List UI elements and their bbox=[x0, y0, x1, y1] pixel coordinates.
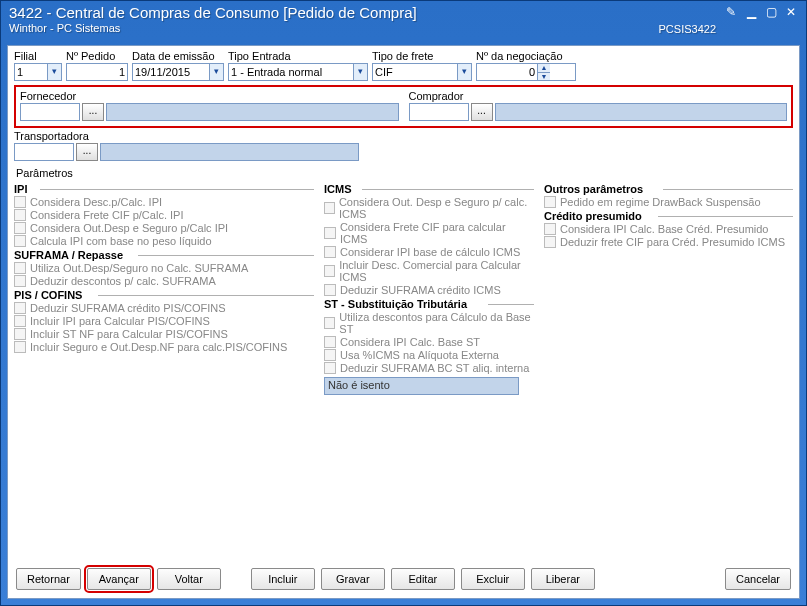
fornecedor-label: Fornecedor bbox=[20, 90, 399, 102]
close-icon[interactable]: ✕ bbox=[782, 5, 800, 21]
icms-label: Considerar IPI base de cálculo ICMS bbox=[340, 246, 520, 258]
npedido-input[interactable] bbox=[66, 63, 128, 81]
checkbox-icon[interactable] bbox=[14, 315, 26, 327]
piscofins-item[interactable]: Deduzir SUFRAMA crédito PIS/COFINS bbox=[14, 302, 314, 314]
checkbox-icon[interactable] bbox=[324, 246, 336, 258]
checkbox-icon[interactable] bbox=[14, 209, 26, 221]
chevron-down-icon[interactable]: ▾ bbox=[457, 64, 471, 80]
checkbox-icon[interactable] bbox=[544, 196, 556, 208]
window-controls: ✎ ▁ ▢ ✕ bbox=[722, 5, 800, 21]
comprador-lookup-button[interactable]: ... bbox=[471, 103, 493, 121]
ipi-item[interactable]: Calcula IPI com base no peso líquido bbox=[14, 235, 314, 247]
client-area: Filial 1 ▾ Nº Pedido Data de emissão 19/… bbox=[7, 45, 800, 599]
credito-item[interactable]: Deduzir frete CIF para Créd. Presumido I… bbox=[544, 236, 793, 248]
piscofins-label: Incluir IPI para Calcular PIS/COFINS bbox=[30, 315, 210, 327]
negociacao-input[interactable] bbox=[477, 64, 537, 80]
st-item[interactable]: Considera IPI Calc. Base ST bbox=[324, 336, 534, 348]
voltar-button[interactable]: Voltar bbox=[157, 568, 221, 590]
ipi-item[interactable]: Considera Frete CIF p/Calc. IPI bbox=[14, 209, 314, 221]
checkbox-icon[interactable] bbox=[324, 202, 335, 214]
top-row: Filial 1 ▾ Nº Pedido Data de emissão 19/… bbox=[8, 46, 799, 83]
group-credito: Crédito presumido bbox=[544, 210, 793, 222]
piscofins-item[interactable]: Incluir IPI para Calcular PIS/COFINS bbox=[14, 315, 314, 327]
negociacao-label: Nº da negociação bbox=[476, 50, 576, 62]
chevron-down-icon[interactable]: ▾ bbox=[47, 64, 61, 80]
tipofrete-combo[interactable]: CIF ▾ bbox=[372, 63, 472, 81]
checkbox-icon[interactable] bbox=[14, 328, 26, 340]
checkbox-icon[interactable] bbox=[14, 222, 26, 234]
ipi-item[interactable]: Considera Desc.p/Calc. IPI bbox=[14, 196, 314, 208]
checkbox-icon[interactable] bbox=[14, 341, 26, 353]
checkbox-icon[interactable] bbox=[324, 227, 336, 239]
checkbox-icon[interactable] bbox=[324, 317, 335, 329]
checkbox-icon[interactable] bbox=[324, 336, 336, 348]
checkbox-icon[interactable] bbox=[544, 223, 556, 235]
group-piscofins: PIS / COFINS bbox=[14, 289, 314, 301]
checkbox-icon[interactable] bbox=[324, 284, 336, 296]
st-item[interactable]: Usa %ICMS na Alíquota Externa bbox=[324, 349, 534, 361]
isento-display[interactable]: Não é isento bbox=[324, 377, 519, 395]
icms-item[interactable]: Considera Out. Desp e Seguro p/ calc. IC… bbox=[324, 196, 534, 220]
retornar-button[interactable]: Retornar bbox=[16, 568, 81, 590]
data-label: Data de emissão bbox=[132, 50, 224, 62]
comprador-display bbox=[495, 103, 788, 121]
st-label: Usa %ICMS na Alíquota Externa bbox=[340, 349, 499, 361]
fornecedor-input[interactable] bbox=[20, 103, 80, 121]
credito-item[interactable]: Considera IPI Calc. Base Créd. Presumido bbox=[544, 223, 793, 235]
ipi-item[interactable]: Considera Out.Desp e Seguro p/Calc IPI bbox=[14, 222, 314, 234]
negociacao-spinner[interactable]: ▲ ▼ bbox=[476, 63, 576, 81]
suframa-item[interactable]: Utiliza Out.Desp/Seguro no Calc. SUFRAMA bbox=[14, 262, 314, 274]
excluir-button[interactable]: Excluir bbox=[461, 568, 525, 590]
group-ipi: IPI bbox=[14, 183, 314, 195]
spin-down-icon[interactable]: ▼ bbox=[538, 73, 550, 81]
piscofins-label: Deduzir SUFRAMA crédito PIS/COFINS bbox=[30, 302, 226, 314]
checkbox-icon[interactable] bbox=[544, 236, 556, 248]
icms-label: Considera Frete CIF para calcular ICMS bbox=[340, 221, 534, 245]
icms-item[interactable]: Considera Frete CIF para calcular ICMS bbox=[324, 221, 534, 245]
chevron-down-icon[interactable]: ▾ bbox=[209, 64, 223, 80]
checkbox-icon[interactable] bbox=[14, 262, 26, 274]
minimize-icon[interactable]: ▁ bbox=[742, 5, 760, 21]
st-label: Deduzir SUFRAMA BC ST aliq. interna bbox=[340, 362, 529, 374]
checkbox-icon[interactable] bbox=[14, 235, 26, 247]
gravar-button[interactable]: Gravar bbox=[321, 568, 385, 590]
incluir-button[interactable]: Incluir bbox=[251, 568, 315, 590]
editar-button[interactable]: Editar bbox=[391, 568, 455, 590]
params-header: Parâmetros bbox=[8, 165, 799, 179]
suframa-item[interactable]: Deduzir descontos p/ calc. SUFRAMA bbox=[14, 275, 314, 287]
piscofins-item[interactable]: Incluir ST NF para Calcular PIS/COFINS bbox=[14, 328, 314, 340]
checkbox-icon[interactable] bbox=[14, 302, 26, 314]
titlebar: 3422 - Central de Compras de Consumo [Pe… bbox=[1, 1, 806, 41]
fornecedor-lookup-button[interactable]: ... bbox=[82, 103, 104, 121]
tipoentrada-value: 1 - Entrada normal bbox=[229, 66, 353, 78]
maximize-icon[interactable]: ▢ bbox=[762, 5, 780, 21]
checkbox-icon[interactable] bbox=[324, 265, 335, 277]
transportadora-lookup-button[interactable]: ... bbox=[76, 143, 98, 161]
checkbox-icon[interactable] bbox=[324, 362, 336, 374]
params-area: IPI Considera Desc.p/Calc. IPIConsidera … bbox=[8, 179, 799, 399]
checkbox-icon[interactable] bbox=[14, 275, 26, 287]
icms-item[interactable]: Considerar IPI base de cálculo ICMS bbox=[324, 246, 534, 258]
cancelar-button[interactable]: Cancelar bbox=[725, 568, 791, 590]
avancar-button[interactable]: Avançar bbox=[87, 568, 151, 590]
st-item[interactable]: Utiliza descontos para Cálculo da Base S… bbox=[324, 311, 534, 335]
transportadora-input[interactable] bbox=[14, 143, 74, 161]
comprador-input[interactable] bbox=[409, 103, 469, 121]
spin-up-icon[interactable]: ▲ bbox=[538, 64, 550, 73]
filial-combo[interactable]: 1 ▾ bbox=[14, 63, 62, 81]
data-combo[interactable]: 19/11/2015 ▾ bbox=[132, 63, 224, 81]
liberar-button[interactable]: Liberar bbox=[531, 568, 595, 590]
edit-icon[interactable]: ✎ bbox=[722, 5, 740, 21]
outros-item[interactable]: Pedido em regime DrawBack Suspensão bbox=[544, 196, 793, 208]
piscofins-item[interactable]: Incluir Seguro e Out.Desp.NF para calc.P… bbox=[14, 341, 314, 353]
group-suframa: SUFRAMA / Repasse bbox=[14, 249, 314, 261]
checkbox-icon[interactable] bbox=[14, 196, 26, 208]
credito-label: Considera IPI Calc. Base Créd. Presumido bbox=[560, 223, 768, 235]
checkbox-icon[interactable] bbox=[324, 349, 336, 361]
icms-item[interactable]: Deduzir SUFRAMA crédito ICMS bbox=[324, 284, 534, 296]
st-item[interactable]: Deduzir SUFRAMA BC ST aliq. interna bbox=[324, 362, 534, 374]
tipoentrada-combo[interactable]: 1 - Entrada normal ▾ bbox=[228, 63, 368, 81]
tipoentrada-label: Tipo Entrada bbox=[228, 50, 368, 62]
chevron-down-icon[interactable]: ▾ bbox=[353, 64, 367, 80]
icms-item[interactable]: Incluir Desc. Comercial para Calcular IC… bbox=[324, 259, 534, 283]
